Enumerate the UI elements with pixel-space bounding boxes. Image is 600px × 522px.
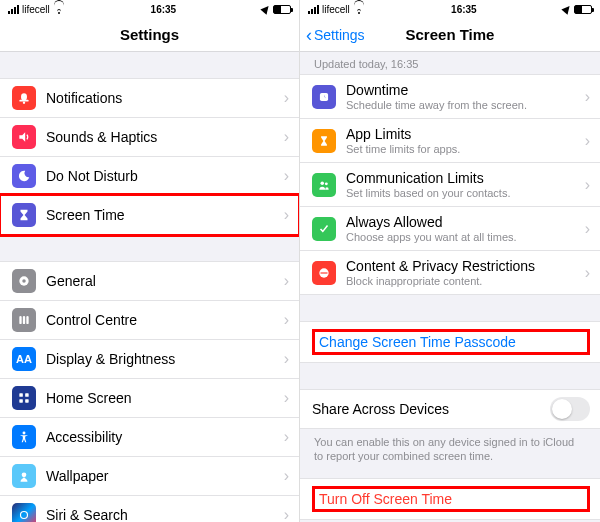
row-title: Share Across Devices	[312, 401, 550, 417]
checkmark-icon	[312, 217, 336, 241]
row-label: Screen Time	[46, 207, 284, 223]
row-label: Accessibility	[46, 429, 284, 445]
svg-point-18	[325, 182, 328, 185]
nav-title: Screen Time	[406, 26, 495, 43]
row-display[interactable]: AA Display & Brightness ›	[0, 339, 299, 378]
row-title: Content & Privacy Restrictions	[346, 258, 585, 274]
row-title: Turn Off Screen Time	[319, 491, 452, 507]
chevron-right-icon: ›	[284, 311, 289, 329]
downtime-icon	[312, 85, 336, 109]
chevron-right-icon: ›	[284, 89, 289, 107]
settings-list[interactable]: Notifications › Sounds & Haptics › Do No…	[0, 52, 299, 522]
share-footer: You can enable this on any device signed…	[300, 429, 600, 478]
row-title: Communication Limits	[346, 170, 585, 186]
row-home-screen[interactable]: Home Screen ›	[0, 378, 299, 417]
wifi-icon	[353, 5, 365, 14]
screen-time-screen: lifecell 16:35 ‹ Settings Screen Time Up…	[300, 0, 600, 522]
carrier-label: lifecell	[322, 4, 350, 15]
screen-time-list[interactable]: Updated today, 16:35 Downtime Schedule t…	[300, 52, 600, 522]
row-subtitle: Block inappropriate content.	[346, 275, 585, 287]
row-label: Wallpaper	[46, 468, 284, 484]
chevron-right-icon: ›	[284, 428, 289, 446]
row-title: Always Allowed	[346, 214, 585, 230]
row-change-passcode[interactable]: Change Screen Time Passcode	[300, 321, 600, 363]
svg-rect-20	[321, 272, 328, 273]
row-subtitle: Set time limits for apps.	[346, 143, 585, 155]
chevron-right-icon: ›	[585, 220, 590, 238]
back-button[interactable]: ‹ Settings	[306, 27, 365, 43]
sliders-icon	[12, 308, 36, 332]
row-siri[interactable]: Siri & Search ›	[0, 495, 299, 522]
chevron-right-icon: ›	[585, 88, 590, 106]
chevron-right-icon: ›	[284, 506, 289, 522]
row-share-across-devices[interactable]: Share Across Devices	[300, 389, 600, 429]
settings-screen: lifecell 16:35 Settings Notifications › …	[0, 0, 300, 522]
svg-rect-12	[25, 399, 29, 403]
nav-title: Settings	[120, 26, 179, 43]
row-content-privacy[interactable]: Content & Privacy Restrictions Block ina…	[300, 250, 600, 295]
svg-rect-11	[19, 399, 23, 403]
row-turn-off-screen-time[interactable]: Turn Off Screen Time	[300, 478, 600, 520]
grid-icon	[12, 386, 36, 410]
svg-point-15	[21, 512, 28, 519]
hourglass-icon	[312, 129, 336, 153]
bell-icon	[12, 86, 36, 110]
flower-icon	[12, 464, 36, 488]
row-app-limits[interactable]: App Limits Set time limits for apps. ›	[300, 118, 600, 162]
chevron-right-icon: ›	[585, 176, 590, 194]
chevron-right-icon: ›	[284, 128, 289, 146]
siri-icon	[12, 503, 36, 522]
row-downtime[interactable]: Downtime Schedule time away from the scr…	[300, 74, 600, 118]
chevron-right-icon: ›	[585, 264, 590, 282]
row-label: Display & Brightness	[46, 351, 284, 367]
svg-point-2	[23, 102, 25, 104]
row-accessibility[interactable]: Accessibility ›	[0, 417, 299, 456]
row-label: Siri & Search	[46, 507, 284, 522]
row-label: General	[46, 273, 284, 289]
battery-icon	[273, 5, 291, 14]
chevron-right-icon: ›	[284, 167, 289, 185]
row-title: App Limits	[346, 126, 585, 142]
row-label: Control Centre	[46, 312, 284, 328]
location-icon	[561, 3, 572, 14]
svg-point-14	[22, 473, 27, 478]
row-wallpaper[interactable]: Wallpaper ›	[0, 456, 299, 495]
row-dnd[interactable]: Do Not Disturb ›	[0, 156, 299, 195]
svg-rect-8	[26, 316, 28, 324]
row-sounds[interactable]: Sounds & Haptics ›	[0, 117, 299, 156]
row-subtitle: Set limits based on your contacts.	[346, 187, 585, 199]
svg-point-5	[22, 279, 26, 283]
people-icon	[312, 173, 336, 197]
row-title: Downtime	[346, 82, 585, 98]
toggle-switch[interactable]	[550, 397, 590, 421]
accessibility-icon	[12, 425, 36, 449]
updated-label: Updated today, 16:35	[300, 52, 600, 74]
speaker-icon	[12, 125, 36, 149]
svg-marker-3	[19, 132, 25, 141]
carrier-label: lifecell	[22, 4, 50, 15]
row-notifications[interactable]: Notifications ›	[0, 78, 299, 117]
cell-signal-icon	[308, 5, 319, 14]
text-size-icon: AA	[12, 347, 36, 371]
row-label: Home Screen	[46, 390, 284, 406]
row-label: Notifications	[46, 90, 284, 106]
svg-rect-9	[19, 393, 23, 397]
row-label: Sounds & Haptics	[46, 129, 284, 145]
row-label: Do Not Disturb	[46, 168, 284, 184]
chevron-right-icon: ›	[284, 389, 289, 407]
svg-rect-6	[19, 316, 21, 324]
nav-bar: ‹ Settings Screen Time	[300, 18, 600, 52]
row-control-centre[interactable]: Control Centre ›	[0, 300, 299, 339]
no-entry-icon	[312, 261, 336, 285]
chevron-right-icon: ›	[284, 206, 289, 224]
row-always-allowed[interactable]: Always Allowed Choose apps you want at a…	[300, 206, 600, 250]
svg-rect-1	[19, 100, 28, 102]
battery-icon	[574, 5, 592, 14]
row-general[interactable]: General ›	[0, 261, 299, 300]
row-communication-limits[interactable]: Communication Limits Set limits based on…	[300, 162, 600, 206]
svg-rect-0	[21, 93, 27, 100]
chevron-right-icon: ›	[585, 132, 590, 150]
back-label: Settings	[314, 27, 365, 43]
row-screen-time[interactable]: Screen Time ›	[0, 195, 299, 235]
row-subtitle: Choose apps you want at all times.	[346, 231, 585, 243]
